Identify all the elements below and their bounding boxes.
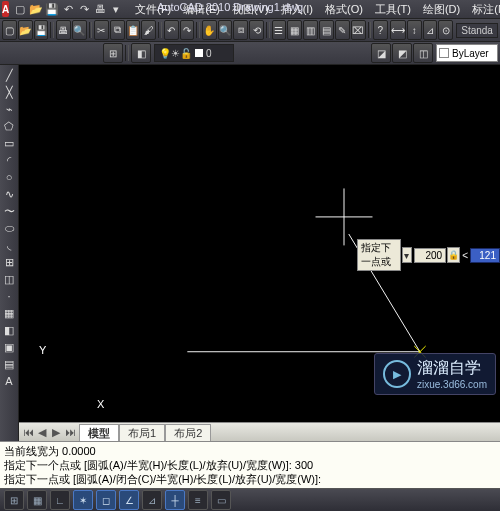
dim-1-icon[interactable]: ⟷ bbox=[390, 20, 406, 40]
properties-icon[interactable]: ☰ bbox=[272, 20, 287, 40]
menu-tools[interactable]: 工具(T) bbox=[369, 0, 417, 19]
layer-combo[interactable]: 💡 ☀ 🔓 0 bbox=[154, 44, 234, 62]
paste-icon[interactable]: 📋 bbox=[126, 20, 141, 40]
save-icon[interactable]: 💾 bbox=[34, 20, 49, 40]
pan-icon[interactable]: ✋ bbox=[202, 20, 217, 40]
status-qp-icon[interactable]: ▭ bbox=[211, 490, 231, 510]
open-icon[interactable]: 📂 bbox=[18, 20, 33, 40]
calc-icon[interactable]: ⌧ bbox=[351, 20, 366, 40]
status-ortho-icon[interactable]: ∟ bbox=[50, 490, 70, 510]
layer-state-icon[interactable]: ◧ bbox=[131, 43, 151, 63]
dyn-lock-icon[interactable]: 🔒 bbox=[447, 247, 460, 263]
zoom-rt-icon[interactable]: 🔍 bbox=[218, 20, 233, 40]
layer-prev-icon[interactable]: ◩ bbox=[392, 43, 412, 63]
status-grid-icon[interactable]: ▦ bbox=[27, 490, 47, 510]
tab-layout1[interactable]: 布局1 bbox=[119, 424, 165, 441]
qat-save-icon[interactable]: 💾 bbox=[45, 2, 59, 16]
dim-3-icon[interactable]: ⊿ bbox=[423, 20, 438, 40]
qat-open-icon[interactable]: 📂 bbox=[29, 2, 43, 16]
undo-icon[interactable]: ↶ bbox=[164, 20, 179, 40]
color-combo[interactable]: ByLayer bbox=[436, 44, 498, 62]
qat-undo-icon[interactable]: ↶ bbox=[61, 2, 75, 16]
layer-lock-icon: 🔓 bbox=[180, 48, 192, 59]
plot-icon[interactable]: 🖶 bbox=[56, 20, 71, 40]
polygon-icon[interactable]: ⬠ bbox=[1, 118, 17, 134]
zoom-prev-icon[interactable]: ⟲ bbox=[249, 20, 264, 40]
tab-nav-last-icon[interactable]: ⏭ bbox=[63, 425, 77, 439]
watermark-url: zixue.3d66.com bbox=[417, 379, 487, 390]
copy-icon[interactable]: ⧉ bbox=[110, 20, 125, 40]
tab-nav-first-icon[interactable]: ⏮ bbox=[21, 425, 35, 439]
dyn-angle-input[interactable]: 121 bbox=[470, 248, 500, 263]
qat-redo-icon[interactable]: ↷ bbox=[77, 2, 91, 16]
dyn-length-input[interactable]: 200 bbox=[414, 248, 446, 263]
dyn-dropdown-icon[interactable]: ▾ bbox=[402, 247, 412, 263]
new-icon[interactable]: ▢ bbox=[2, 20, 17, 40]
status-dyn-icon[interactable]: ┼ bbox=[165, 490, 185, 510]
cline-icon[interactable]: ╳ bbox=[1, 84, 17, 100]
layer-iso-icon[interactable]: ◪ bbox=[371, 43, 391, 63]
table-icon[interactable]: ▤ bbox=[1, 356, 17, 372]
qat-new-icon[interactable]: ▢ bbox=[13, 2, 27, 16]
main-area: ╱ ╳ ⌁ ⬠ ▭ ◜ ○ ∿ 〜 ⬭ ◟ ⊞ ◫ · ▦ ◧ ▣ ▤ A bbox=[0, 65, 500, 441]
dim-4-icon[interactable]: ⊙ bbox=[438, 20, 453, 40]
watermark-brand: 溜溜自学 bbox=[417, 358, 487, 379]
dimstyle-combo[interactable]: Standa bbox=[456, 23, 498, 38]
dim-2-icon[interactable]: ↕ bbox=[407, 20, 422, 40]
dyn-angle-symbol: < bbox=[462, 250, 468, 261]
mtext-icon[interactable]: A bbox=[1, 373, 17, 389]
status-lwt-icon[interactable]: ≡ bbox=[188, 490, 208, 510]
layer-color-icon bbox=[195, 49, 203, 57]
redo-icon[interactable]: ↷ bbox=[180, 20, 195, 40]
status-ducs-icon[interactable]: ⊿ bbox=[142, 490, 162, 510]
layer-match-icon[interactable]: ◫ bbox=[413, 43, 433, 63]
qat-plot-icon[interactable]: 🖶 bbox=[93, 2, 107, 16]
design-center-icon[interactable]: ▦ bbox=[287, 20, 302, 40]
command-line[interactable]: 当前线宽为 0.0000 指定下一个点或 [圆弧(A)/半宽(H)/长度(L)/… bbox=[0, 441, 500, 488]
point-icon[interactable]: · bbox=[1, 288, 17, 304]
cut-icon[interactable]: ✂ bbox=[94, 20, 109, 40]
pline-icon[interactable]: ⌁ bbox=[1, 101, 17, 117]
menu-view[interactable]: 视图(V) bbox=[226, 0, 275, 19]
tab-model[interactable]: 模型 bbox=[79, 424, 119, 441]
rect-icon[interactable]: ▭ bbox=[1, 135, 17, 151]
status-polar-icon[interactable]: ✶ bbox=[73, 490, 93, 510]
menu-file[interactable]: 文件(F) bbox=[129, 0, 177, 19]
menu-format[interactable]: 格式(O) bbox=[319, 0, 369, 19]
tab-nav-next-icon[interactable]: ▶ bbox=[49, 425, 63, 439]
tab-nav-prev-icon[interactable]: ◀ bbox=[35, 425, 49, 439]
menu-dimension[interactable]: 标注(N) bbox=[466, 0, 500, 19]
revcloud-icon[interactable]: ∿ bbox=[1, 186, 17, 202]
zoom-win-icon[interactable]: ⧈ bbox=[233, 20, 248, 40]
gradient-icon[interactable]: ◧ bbox=[1, 322, 17, 338]
ellipse-icon[interactable]: ⬭ bbox=[1, 220, 17, 236]
region-icon[interactable]: ▣ bbox=[1, 339, 17, 355]
menu-insert[interactable]: 插入(I) bbox=[275, 0, 319, 19]
menu-edit[interactable]: 编辑(E) bbox=[177, 0, 226, 19]
markup-icon[interactable]: ✎ bbox=[335, 20, 350, 40]
line-icon[interactable]: ╱ bbox=[1, 67, 17, 83]
hatch-icon[interactable]: ▦ bbox=[1, 305, 17, 321]
insert-block-icon[interactable]: ⊞ bbox=[1, 254, 17, 270]
qat-dropdown-icon[interactable]: ▾ bbox=[109, 2, 123, 16]
status-osnap-icon[interactable]: ◻ bbox=[96, 490, 116, 510]
spline-icon[interactable]: 〜 bbox=[1, 203, 17, 219]
status-otrack-icon[interactable]: ∠ bbox=[119, 490, 139, 510]
layer-props-icon[interactable]: ⊞ bbox=[103, 43, 123, 63]
preview-icon[interactable]: 🔍 bbox=[72, 20, 87, 40]
tab-layout2[interactable]: 布局2 bbox=[165, 424, 211, 441]
menu-draw[interactable]: 绘图(D) bbox=[417, 0, 466, 19]
menubar: A ▢ 📂 💾 ↶ ↷ 🖶 ▾ 文件(F) 编辑(E) 视图(V) 插入(I) … bbox=[0, 0, 500, 19]
ellipse-arc-icon[interactable]: ◟ bbox=[1, 237, 17, 253]
tool-palette-icon[interactable]: ▥ bbox=[303, 20, 318, 40]
make-block-icon[interactable]: ◫ bbox=[1, 271, 17, 287]
layer-bulb-icon: 💡 bbox=[159, 48, 171, 59]
sheet-set-icon[interactable]: ▤ bbox=[319, 20, 334, 40]
help-icon[interactable]: ? bbox=[373, 20, 388, 40]
app-icon[interactable]: A bbox=[2, 1, 9, 17]
circle-icon[interactable]: ○ bbox=[1, 169, 17, 185]
quick-access-toolbar: ▢ 📂 💾 ↶ ↷ 🖶 ▾ bbox=[13, 2, 123, 16]
status-snap-icon[interactable]: ⊞ bbox=[4, 490, 24, 510]
match-icon[interactable]: 🖌 bbox=[141, 20, 156, 40]
arc-icon[interactable]: ◜ bbox=[1, 152, 17, 168]
